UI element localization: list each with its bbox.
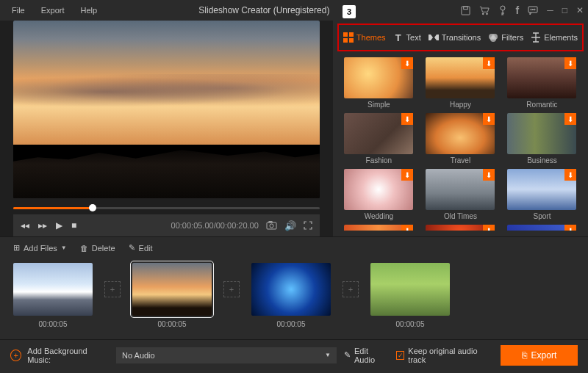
clip-item[interactable]: 00:00:05 [251, 263, 331, 328]
download-icon[interactable]: ⬇ [564, 225, 576, 231]
save-icon[interactable] [461, 6, 470, 15]
menu-export[interactable]: Export [34, 3, 72, 18]
theme-business[interactable]: ⬇ [507, 113, 576, 154]
download-icon[interactable]: ⬇ [401, 225, 413, 231]
minimize-icon[interactable]: ─ [547, 5, 553, 15]
clip-item[interactable]: 00:00:05 [13, 263, 93, 328]
preview-pane[interactable] [13, 21, 320, 198]
download-icon[interactable]: ⬇ [401, 113, 413, 125]
themes-icon [343, 32, 354, 43]
theme-romantic[interactable]: ⬇ [507, 57, 576, 98]
stop-button[interactable]: ■ [71, 220, 76, 231]
checkbox-icon: ✓ [396, 351, 405, 360]
effects-tabs: Themes TText Transitions Filters Element… [337, 23, 584, 51]
theme-label: Sport [534, 212, 551, 220]
download-icon[interactable]: ⬇ [564, 57, 576, 69]
theme-extra[interactable]: ⬇ [344, 225, 413, 231]
theme-label: Business [527, 156, 557, 164]
edit-audio-button[interactable]: ✎Edit Audio [344, 347, 389, 364]
seek-thumb[interactable] [89, 204, 96, 211]
add-music-section: + Add Background Music: [10, 347, 109, 364]
add-music-button[interactable]: + [10, 350, 21, 361]
download-icon[interactable]: ⬇ [483, 225, 495, 231]
key-icon[interactable] [498, 5, 507, 15]
clip-duration: 00:00:05 [277, 320, 306, 328]
tab-filters[interactable]: Filters [488, 32, 523, 43]
export-icon: ⎘ [522, 350, 527, 361]
step-callout: 3 [343, 5, 356, 18]
titlebar: File Export Help Slideshow Creator (Unre… [0, 0, 588, 21]
themes-grid: ⬇Simple ⬇Happy ⬇Romantic ⬇Fashion ⬇Trave… [337, 51, 584, 231]
download-icon[interactable]: ⬇ [483, 57, 495, 69]
svg-rect-13 [349, 32, 354, 37]
svg-point-7 [533, 9, 534, 10]
pencil-icon: ✎ [129, 243, 135, 253]
theme-label: Travel [451, 156, 470, 164]
tab-themes[interactable]: Themes [343, 32, 386, 43]
theme-extra[interactable]: ⬇ [507, 225, 576, 231]
svg-rect-1 [463, 6, 467, 9]
svg-point-10 [270, 224, 273, 228]
download-icon[interactable]: ⬇ [564, 113, 576, 125]
transitions-icon [429, 32, 439, 43]
cart-icon[interactable] [479, 6, 490, 15]
add-transition-button[interactable]: + [223, 281, 240, 297]
plus-icon: ⊞ [13, 243, 20, 253]
edit-button[interactable]: ✎Edit [129, 243, 153, 253]
svg-point-4 [501, 6, 505, 10]
theme-label: Simple [368, 101, 390, 109]
fastforward-button[interactable]: ▸▸ [38, 220, 47, 231]
theme-travel[interactable]: ⬇ [426, 113, 495, 154]
theme-wedding[interactable]: ⬇ [344, 169, 413, 210]
clip-duration: 00:00:05 [396, 320, 425, 328]
delete-button[interactable]: 🗑Delete [80, 244, 115, 253]
text-icon: T [393, 32, 404, 43]
window-controls: f ─ □ ✕ [461, 4, 584, 16]
facebook-icon[interactable]: f [516, 4, 520, 16]
add-music-label: Add Background Music: [27, 347, 109, 364]
trash-icon: 🗑 [80, 244, 88, 253]
add-transition-button[interactable]: + [343, 281, 359, 297]
theme-happy[interactable]: ⬇ [426, 57, 495, 98]
theme-sport[interactable]: ⬇ [507, 169, 576, 210]
volume-icon[interactable]: 🔊 [284, 220, 296, 231]
keep-audio-checkbox[interactable]: ✓Keep original audio track [396, 347, 493, 364]
rewind-button[interactable]: ◂◂ [21, 220, 29, 231]
download-icon[interactable]: ⬇ [401, 57, 413, 69]
audio-select[interactable]: No Audio▼ [116, 347, 337, 363]
svg-rect-9 [267, 222, 276, 229]
feedback-icon[interactable] [528, 6, 538, 15]
add-files-button[interactable]: ⊞Add Files▼ [13, 243, 67, 253]
seek-bar[interactable] [13, 201, 320, 214]
clip-item[interactable]: 00:00:05 [132, 263, 212, 328]
download-icon[interactable]: ⬇ [483, 169, 495, 181]
maximize-icon[interactable]: □ [562, 5, 567, 15]
theme-label: Romantic [526, 101, 557, 109]
clip-toolbar: ⊞Add Files▼ 🗑Delete ✎Edit [0, 236, 588, 258]
menu-file[interactable]: File [4, 3, 32, 18]
download-icon[interactable]: ⬇ [483, 113, 495, 125]
close-icon[interactable]: ✕ [576, 5, 584, 15]
play-button[interactable]: ▶ [56, 220, 62, 231]
tab-elements[interactable]: Elements [531, 32, 578, 43]
snapshot-icon[interactable] [266, 221, 277, 230]
tab-text[interactable]: TText [393, 32, 421, 43]
download-icon[interactable]: ⬇ [564, 169, 576, 181]
theme-label: Fashion [366, 156, 392, 164]
theme-old-times[interactable]: ⬇ [426, 169, 495, 210]
tab-transitions[interactable]: Transitions [429, 32, 481, 43]
clip-item[interactable]: 00:00:05 [370, 263, 450, 328]
export-button[interactable]: ⎘Export [501, 345, 578, 366]
footer: + Add Background Music: No Audio▼ ✎Edit … [0, 339, 588, 370]
theme-simple[interactable]: ⬇ [344, 57, 413, 98]
clip-duration: 00:00:05 [158, 320, 187, 328]
theme-fashion[interactable]: ⬇ [344, 113, 413, 154]
add-transition-button[interactable]: + [104, 281, 121, 297]
svg-rect-14 [343, 38, 348, 43]
download-icon[interactable]: ⬇ [401, 169, 413, 181]
player-controls: ◂◂ ▸▸ ▶ ■ 00:00:05.00/00:00:20.00 🔊 [13, 214, 320, 236]
svg-point-8 [534, 9, 535, 10]
fullscreen-icon[interactable] [304, 221, 312, 230]
svg-point-6 [531, 9, 531, 10]
theme-extra[interactable]: ⬇ [426, 225, 495, 231]
